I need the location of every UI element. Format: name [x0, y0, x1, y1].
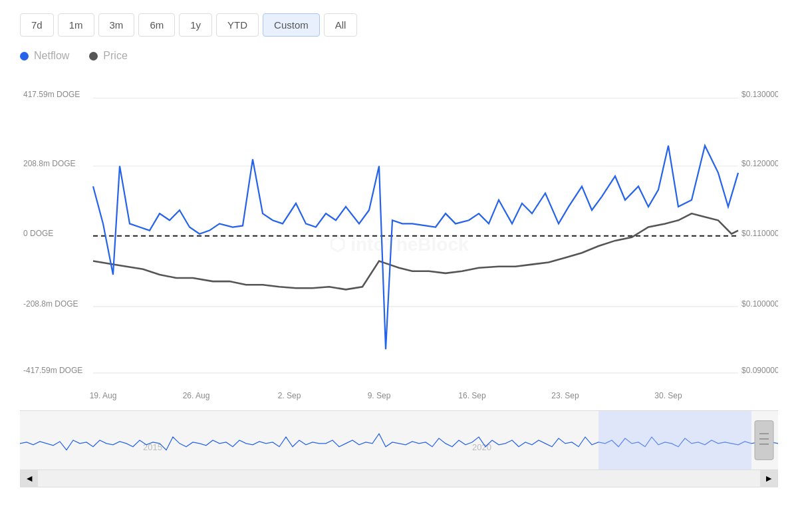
btn-custom[interactable]: Custom	[263, 13, 320, 37]
svg-text:-417.59m DOGE: -417.59m DOGE	[23, 366, 82, 375]
scroll-left-button[interactable]: ◀	[21, 470, 38, 487]
price-dot	[89, 52, 98, 61]
svg-text:208.8m DOGE: 208.8m DOGE	[23, 159, 76, 168]
btn-3m[interactable]: 3m	[98, 13, 135, 37]
svg-text:$0.090000: $0.090000	[741, 366, 778, 375]
btn-all[interactable]: All	[324, 13, 358, 37]
legend-netflow: Netflow	[20, 50, 69, 62]
svg-text:9. Sep: 9. Sep	[368, 391, 391, 400]
svg-text:$0.110000: $0.110000	[741, 229, 778, 238]
chart-legend: Netflow Price	[20, 50, 778, 62]
svg-text:30. Sep: 30. Sep	[654, 391, 682, 400]
svg-text:$0.130000: $0.130000	[741, 89, 778, 98]
scroll-track[interactable]	[38, 470, 760, 487]
svg-text:417.59m DOGE: 417.59m DOGE	[23, 89, 80, 98]
scroll-bar: ◀ ▶	[20, 470, 778, 487]
legend-price: Price	[89, 50, 127, 62]
scroll-right-button[interactable]: ▶	[760, 470, 777, 487]
time-range-selector: 7d 1m 3m 6m 1y YTD Custom All	[20, 13, 778, 37]
svg-text:16. Sep: 16. Sep	[458, 391, 486, 400]
netflow-line	[93, 146, 738, 349]
svg-text:$0.120000: $0.120000	[741, 159, 778, 168]
netflow-dot	[20, 52, 29, 61]
netflow-label: Netflow	[34, 50, 69, 62]
btn-1m[interactable]: 1m	[58, 13, 94, 37]
selected-range[interactable]	[598, 411, 751, 469]
btn-1y[interactable]: 1y	[179, 13, 212, 37]
svg-text:26. Aug: 26. Aug	[183, 391, 210, 400]
svg-text:2. Sep: 2. Sep	[278, 391, 301, 400]
svg-text:-208.8m DOGE: -208.8m DOGE	[23, 299, 78, 309]
btn-6m[interactable]: 6m	[138, 13, 175, 37]
svg-text:19. Aug: 19. Aug	[90, 391, 117, 400]
main-chart: ⬡ intoTheBlock 417.59m DOGE 208.8m DOGE …	[20, 78, 778, 410]
overview-chart: 2015 2020	[20, 410, 778, 470]
scroll-handle[interactable]	[755, 421, 773, 460]
chart-svg: 417.59m DOGE 208.8m DOGE 0 DOGE -208.8m …	[20, 78, 778, 410]
svg-text:$0.100000: $0.100000	[741, 299, 778, 309]
svg-text:0 DOGE: 0 DOGE	[23, 229, 53, 238]
svg-text:23. Sep: 23. Sep	[551, 391, 579, 400]
overview-svg: 2015 2020	[20, 411, 778, 469]
price-label: Price	[103, 50, 127, 62]
main-container: 7d 1m 3m 6m 1y YTD Custom All Netflow Pr…	[0, 0, 798, 532]
btn-7d[interactable]: 7d	[20, 13, 54, 37]
btn-ytd[interactable]: YTD	[216, 13, 259, 37]
